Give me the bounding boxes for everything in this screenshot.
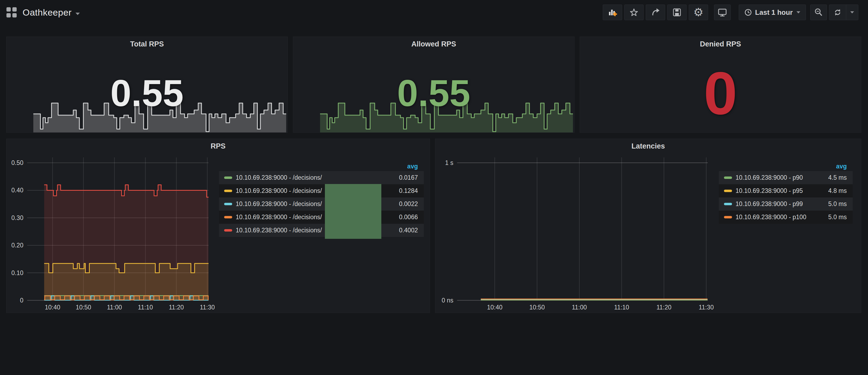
- stat-value: 0.55: [293, 37, 574, 150]
- legend-row[interactable]: 10.10.69.238:9000 - /decisions/0.0022: [219, 197, 424, 211]
- cycle-view-mode-button[interactable]: [714, 5, 731, 20]
- series-avg-value: 0.4002: [399, 227, 424, 234]
- series-color-swatch-icon[interactable]: [224, 229, 232, 231]
- legend-avg-header[interactable]: avg: [719, 162, 853, 170]
- save-dashboard-button[interactable]: [667, 5, 687, 20]
- star-icon: [629, 8, 639, 17]
- series-avg-value: 4.8 ms: [828, 187, 853, 194]
- legend-row[interactable]: 10.10.69.238:9000 - p954.8 ms: [719, 184, 853, 197]
- legend-row[interactable]: 10.10.69.238:9000 - /decisions/0.4002: [219, 224, 424, 237]
- series-label[interactable]: 10.10.69.238:9000 - p99: [736, 200, 803, 208]
- toolbar: ⚙ Last 1 hour: [600, 5, 858, 20]
- series-color-swatch-icon[interactable]: [724, 216, 732, 218]
- x-tick-label: 10:50: [71, 304, 96, 311]
- share-dashboard-button[interactable]: [646, 5, 665, 20]
- add-panel-button[interactable]: [603, 5, 622, 20]
- series-avg-value: 4.5 ms: [828, 174, 853, 181]
- x-tick-label: 11:10: [610, 304, 634, 311]
- series-avg-value: 0.0066: [399, 214, 424, 221]
- series-avg-value: 0.1284: [399, 187, 424, 194]
- y-tick-label: 0 ns: [435, 296, 453, 304]
- panel-allowed-rps: Allowed RPS 0.55: [293, 36, 575, 133]
- x-tick-label: 11:30: [694, 304, 718, 311]
- series-color-swatch-icon[interactable]: [224, 177, 232, 179]
- y-tick-label: 0.40: [5, 186, 23, 194]
- series-label[interactable]: 10.10.69.238:9000 - /decisions/: [236, 187, 322, 194]
- y-tick-label: 0.10: [5, 269, 23, 277]
- time-range-caret-icon: [797, 11, 800, 13]
- legend-row[interactable]: 10.10.69.238:9000 - /decisions/0.1284: [219, 184, 424, 197]
- refresh-button-group: [829, 5, 858, 20]
- share-icon: [651, 8, 660, 17]
- dashboard-header: Oathkeeper: [0, 0, 868, 25]
- panel-rps-graph: RPS avg10.10.69.238:9000 - /decisions/0.…: [6, 138, 430, 313]
- x-tick-label: 11:10: [133, 304, 157, 311]
- legend-row[interactable]: 10.10.69.238:9000 - p904.5 ms: [719, 171, 853, 184]
- rps-plot[interactable]: [27, 157, 210, 306]
- time-range-picker[interactable]: Last 1 hour: [739, 5, 806, 20]
- monitor-icon: [718, 8, 727, 17]
- series-color-swatch-icon[interactable]: [224, 216, 232, 218]
- refresh-button[interactable]: [829, 5, 846, 20]
- y-tick-label: 1 s: [435, 159, 453, 166]
- x-tick-label: 11:00: [102, 304, 127, 311]
- y-tick-label: 0.30: [5, 214, 23, 222]
- series-label[interactable]: 10.10.69.238:9000 - p95: [736, 187, 803, 194]
- series-avg-value: 0.0167: [399, 174, 424, 181]
- legend-avg-header[interactable]: avg: [219, 162, 424, 170]
- rps-legend: avg10.10.69.238:9000 - /decisions/0.0167…: [219, 162, 424, 237]
- series-label[interactable]: 10.10.69.238:9000 - p90: [736, 174, 803, 181]
- panel-latencies-graph: Latencies avg10.10.69.238:9000 - p904.5 …: [435, 138, 861, 313]
- x-tick-label: 10:50: [525, 304, 549, 311]
- x-tick-label: 11:20: [652, 304, 676, 311]
- series-color-swatch-icon[interactable]: [724, 177, 732, 179]
- time-range-label: Last 1 hour: [755, 8, 793, 17]
- refresh-icon: [833, 8, 842, 17]
- dashboard-title[interactable]: Oathkeeper: [23, 7, 72, 18]
- clock-icon: [744, 9, 752, 16]
- refresh-interval-dropdown[interactable]: [846, 5, 858, 20]
- series-label[interactable]: 10.10.69.238:9000 - /decisions/: [236, 227, 322, 234]
- series-color-swatch-icon[interactable]: [224, 190, 232, 192]
- bar-chart-plus-icon: [608, 8, 617, 17]
- series-avg-value: 5.0 ms: [828, 200, 853, 208]
- x-tick-label: 11:00: [567, 304, 591, 311]
- refresh-caret-icon: [850, 11, 854, 13]
- x-tick-label: 11:30: [195, 304, 219, 311]
- series-avg-value: 0.0022: [399, 200, 424, 208]
- series-fill: [44, 263, 209, 300]
- magnifier-minus-icon: [814, 8, 823, 17]
- legend-row[interactable]: 10.10.69.238:9000 - /decisions/0.0066: [219, 211, 424, 224]
- y-tick-label: 0.50: [5, 159, 23, 166]
- grafana-dashboard: Oathkeeper: [0, 0, 868, 375]
- series-color-swatch-icon[interactable]: [724, 190, 732, 192]
- y-tick-label: 0: [5, 296, 23, 304]
- latencies-plot[interactable]: [457, 157, 709, 306]
- series-label[interactable]: 10.10.69.238:9000 - /decisions/: [236, 214, 322, 221]
- series-color-swatch-icon[interactable]: [224, 203, 232, 205]
- legend-row[interactable]: 10.10.69.238:9000 - /decisions/0.0167: [219, 171, 424, 184]
- panel-title[interactable]: RPS: [6, 142, 430, 150]
- dashboard-title-caret-icon[interactable]: [75, 12, 80, 15]
- series-fill: [44, 296, 209, 300]
- latencies-legend: avg10.10.69.238:9000 - p904.5 ms10.10.69…: [719, 162, 853, 224]
- series-label[interactable]: 10.10.69.238:9000 - /decisions/: [236, 200, 322, 208]
- series-avg-value: 5.0 ms: [828, 214, 853, 221]
- star-dashboard-button[interactable]: [624, 5, 644, 20]
- legend-row[interactable]: 10.10.69.238:9000 - p995.0 ms: [719, 197, 853, 211]
- zoom-out-button[interactable]: [810, 5, 827, 20]
- series-color-swatch-icon[interactable]: [724, 203, 732, 205]
- panel-title[interactable]: Latencies: [435, 142, 861, 150]
- legend-row[interactable]: 10.10.69.238:9000 - p1005.0 ms: [719, 211, 853, 224]
- dashboard-settings-button[interactable]: ⚙: [689, 5, 708, 20]
- stat-value: 0.55: [6, 37, 287, 150]
- gear-icon: ⚙: [693, 7, 704, 18]
- dashboards-grid-icon[interactable]: [6, 7, 17, 18]
- panel-denied-rps: Denied RPS 0: [580, 36, 861, 133]
- panel-total-rps: Total RPS 0.55: [6, 36, 288, 133]
- series-label[interactable]: 10.10.69.238:9000 - /decisions/: [236, 174, 322, 181]
- x-tick-label: 10:40: [483, 304, 507, 311]
- series-label[interactable]: 10.10.69.238:9000 - p100: [736, 214, 806, 221]
- save-floppy-icon: [672, 8, 682, 17]
- green-overlay-box: [325, 184, 381, 239]
